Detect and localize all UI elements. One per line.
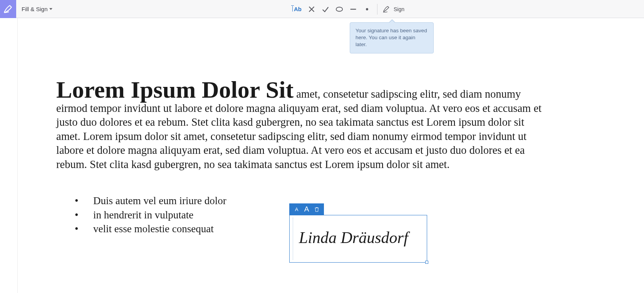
signature-saved-tooltip: Your signature has been saved here. You … — [350, 22, 434, 53]
signature-icon — [382, 5, 391, 13]
caret-down-icon — [49, 8, 52, 10]
increase-size-button[interactable]: A — [302, 204, 312, 214]
line-icon — [349, 5, 357, 13]
oval-tool[interactable] — [332, 2, 346, 16]
sign-button[interactable]: Sign — [381, 2, 404, 16]
toolbar-separator — [377, 4, 377, 15]
cross-tool[interactable] — [305, 2, 319, 16]
x-icon — [307, 5, 316, 13]
ab-icon: Ab — [294, 6, 302, 12]
signature-box[interactable]: Linda Dräusdorf — [289, 215, 427, 263]
svg-point-0 — [336, 7, 343, 11]
signature-caret — [293, 218, 293, 260]
oval-icon — [335, 5, 344, 13]
fill-sign-menu[interactable]: Fill & Sign — [22, 6, 52, 12]
resize-handle[interactable] — [425, 261, 428, 264]
fill-sign-toolbar: Fill & Sign Ab Si — [0, 0, 644, 18]
signature-toolbar: A A — [289, 203, 324, 215]
fill-sign-app-icon[interactable] — [0, 0, 16, 18]
document-heading: Lorem Ipsum Dolor Sit — [56, 77, 293, 103]
line-tool[interactable] — [346, 2, 360, 16]
text-tool[interactable]: Ab — [291, 2, 305, 16]
svg-point-2 — [366, 8, 368, 10]
tooltip-text: Your signature has been saved here. You … — [356, 28, 427, 47]
dot-icon — [363, 5, 371, 13]
sign-label: Sign — [394, 6, 404, 12]
annotation-tools: Ab Sign — [291, 0, 404, 18]
check-tool[interactable] — [319, 2, 332, 16]
check-icon — [321, 5, 330, 13]
trash-icon — [314, 206, 320, 212]
fill-sign-menu-label: Fill & Sign — [22, 6, 48, 12]
signature-text: Linda Dräusdorf — [299, 228, 408, 247]
decrease-size-button[interactable]: A — [292, 204, 302, 214]
dot-tool[interactable] — [360, 2, 374, 16]
delete-signature-button[interactable] — [312, 204, 322, 214]
pen-icon — [3, 4, 13, 14]
signature-field[interactable]: A A Linda Dräusdorf — [289, 203, 428, 263]
